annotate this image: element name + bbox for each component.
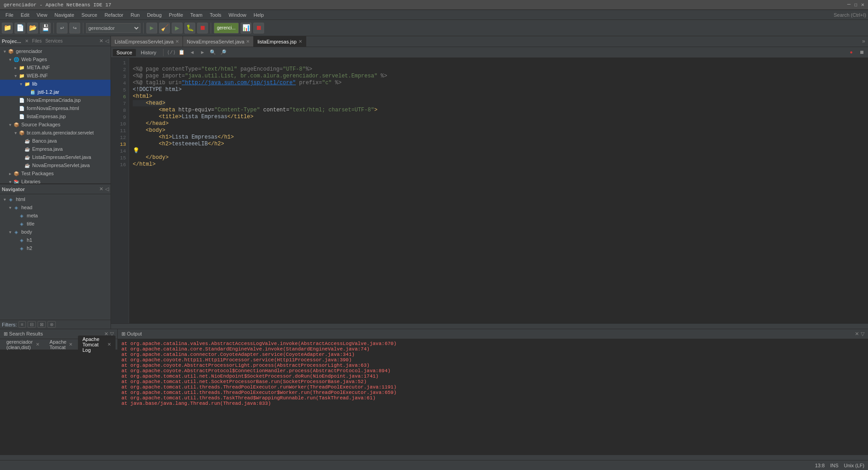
new-project-button[interactable]: 📁 [2, 23, 13, 34]
navigator-collapse[interactable]: ◁ [105, 186, 109, 192]
toggle-comments-btn[interactable]: ⟨/⟩ [167, 48, 176, 57]
code-content[interactable]: <%@ page contentType="text/html" pageEnc… [129, 58, 868, 323]
menu-navigate[interactable]: Navigate [51, 11, 77, 19]
forward-btn[interactable]: ▶ [198, 48, 207, 57]
menu-window[interactable]: Window [225, 11, 250, 19]
tree-item-gerenciador[interactable]: ▾ 📦 gerenciador [0, 47, 111, 55]
tab-close[interactable]: ✕ [69, 342, 72, 347]
tree-item-empresa-java[interactable]: ☕ Empresa.java [0, 145, 111, 153]
panel-collapse[interactable]: ◁ [105, 38, 109, 44]
navigator-close[interactable]: ✕ [99, 186, 103, 192]
tree-item-lista-empresas-jsp[interactable]: 📄 listaEmpresas.jsp [0, 112, 111, 120]
menu-profile[interactable]: Profile [165, 11, 187, 19]
search-box-label: Search (Ctrl+I) [834, 12, 866, 18]
output-close[interactable]: ✕ [855, 331, 859, 337]
tree-item-jstl-jar[interactable]: 🫙 jstl-1.2.jar [0, 88, 111, 96]
tab-lista-empresas-jsp[interactable]: listaEmpresas.jsp ✕ [254, 36, 306, 47]
project-dropdown[interactable]: gerenciador [86, 23, 140, 33]
stop-button[interactable]: ⏹ [197, 23, 208, 34]
tree-item-lista-servlet[interactable]: ☕ ListaEmpresasServlet.java [0, 153, 111, 161]
back-btn[interactable]: ◀ [188, 48, 197, 57]
editor-horizontal-scrollbar[interactable] [111, 323, 868, 329]
maximize-button[interactable]: ☐ [854, 1, 858, 8]
toggle-breakpoint-btn[interactable]: ● [847, 48, 856, 57]
tab-gerenciador-dist[interactable]: gerenciador (clean,dist) ✕ [2, 338, 44, 351]
menu-view[interactable]: View [33, 11, 51, 19]
files-tab[interactable]: Files [32, 38, 42, 43]
nav-item-meta[interactable]: ◈ meta [0, 211, 111, 220]
build-button[interactable]: ▶ [146, 23, 157, 34]
source-tab[interactable]: Source [113, 49, 136, 56]
tabs-overflow[interactable]: » [859, 38, 868, 45]
filter-btn-4[interactable]: ⊗ [48, 321, 56, 328]
undo-button[interactable]: ↩ [57, 23, 68, 34]
minimize-button[interactable]: — [847, 1, 850, 8]
tree-item-web-inf[interactable]: ▾ 📁 WEB-INF [0, 72, 111, 80]
open-button[interactable]: 📂 [27, 23, 38, 34]
projects-panel-sep: ✕ [25, 38, 29, 43]
menu-file[interactable]: File [2, 11, 17, 19]
bottom-scrollbar[interactable] [0, 455, 868, 460]
stop-btn[interactable]: ⏹ [857, 48, 866, 57]
output-content[interactable]: at org.apache.catalina.valves.AbstractAc… [118, 339, 868, 455]
tree-item-nova-empresa-criada[interactable]: 📄 NovaEmpresaCriada.jsp [0, 96, 111, 104]
stop-deploy-button[interactable]: ⏹ [253, 23, 264, 34]
nav-item-body[interactable]: ▾ ◈ body [0, 228, 111, 236]
output-collapse[interactable]: ▽ [861, 331, 864, 337]
tree-item-nova-servlet[interactable]: ☕ NovaEmpresaServlet.java [0, 161, 111, 169]
tree-item-libraries[interactable]: ▾ 📚 Libraries [0, 177, 111, 183]
nav-item-html[interactable]: ▾ ◈ html [0, 195, 111, 203]
tree-arrow: ▾ [13, 130, 18, 135]
tree-item-lib[interactable]: ▾ 📁 lib [0, 80, 111, 88]
tab-apache-tomcat[interactable]: Apache Tomcat ✕ [45, 338, 77, 351]
tab-close[interactable]: ✕ [299, 39, 302, 44]
new-file-button[interactable]: 📄 [14, 23, 25, 34]
nav-item-head[interactable]: ▾ ◈ head [0, 203, 111, 211]
menu-refactor[interactable]: Refactor [101, 11, 127, 19]
filter-btn-3[interactable]: ⊠ [38, 321, 46, 328]
services-tab[interactable]: Services [45, 38, 63, 43]
find-btn[interactable]: 🔍 [208, 48, 217, 57]
tree-item-test-packages[interactable]: ▸ 📦 Test Packages [0, 169, 111, 177]
tree-item-form-nova[interactable]: 📄 formNovaEmpresa.html [0, 104, 111, 112]
tree-item-web-pages[interactable]: ▾ 🌐 Web Pages [0, 55, 111, 63]
menu-debug[interactable]: Debug [143, 11, 165, 19]
copy-btn[interactable]: 📋 [177, 48, 186, 57]
nav-item-h2[interactable]: ◈ h2 [0, 244, 111, 252]
menu-source[interactable]: Source [78, 11, 101, 19]
clean-button[interactable]: 🧹 [159, 23, 170, 34]
tree-item-meta-inf[interactable]: ▸ 📁 META-INF [0, 63, 111, 72]
menu-run[interactable]: Run [127, 11, 143, 19]
debug-button[interactable]: 🐛 [184, 23, 195, 34]
menu-tools[interactable]: Tools [206, 11, 225, 19]
replace-btn[interactable]: 🔎 [219, 48, 228, 57]
history-tab[interactable]: History [137, 49, 160, 56]
code-editor[interactable]: 1 2 3 4 5 6 7 8 9 10 11 12 13 14 15 16 <… [111, 58, 868, 323]
projects-panel-header: Projec... ✕ Files Services ✕ ◁ [0, 36, 111, 46]
redo-button[interactable]: ↪ [69, 23, 80, 34]
menu-team[interactable]: Team [187, 11, 206, 19]
tree-item-banco-java[interactable]: ☕ Banco.java [0, 137, 111, 145]
filter-btn-1[interactable]: ≡ [19, 321, 26, 328]
tab-close[interactable]: ✕ [175, 39, 179, 44]
tree-item-pkg-br[interactable]: ▾ 📦 br.com.alura.gerenciador.servelet [0, 129, 111, 137]
nav-item-title[interactable]: ◈ title [0, 220, 111, 228]
tab-apache-tomcat-log[interactable]: Apache Tomcat Log ✕ [78, 336, 116, 354]
tab-nova-empresa-servlet[interactable]: NovaEmpresaServlet.java ✕ [183, 36, 254, 47]
menu-edit[interactable]: Edit [17, 11, 33, 19]
line-numbers: 1 2 3 4 5 6 7 8 9 10 11 12 13 14 15 16 [111, 58, 129, 323]
tree-item-source-packages[interactable]: ▾ 📦 Source Packages [0, 120, 111, 129]
profile-button[interactable]: 📊 [241, 23, 251, 34]
tab-close[interactable]: ✕ [107, 342, 111, 347]
filter-btn-2[interactable]: ⊟ [28, 321, 36, 328]
panel-close[interactable]: ✕ [99, 38, 103, 44]
run-button[interactable]: ▶ [172, 23, 183, 34]
save-button[interactable]: 💾 [40, 23, 51, 34]
deploy-button[interactable]: gerenci... [214, 23, 239, 34]
menu-help[interactable]: Help [250, 11, 268, 19]
close-button[interactable]: ✕ [861, 1, 864, 8]
nav-item-h1[interactable]: ◈ h1 [0, 236, 111, 244]
tab-close[interactable]: ✕ [246, 39, 250, 44]
tab-lista-empresas-servlet[interactable]: ListaEmpresasServlet.java ✕ [111, 36, 183, 47]
tab-close[interactable]: ✕ [36, 342, 39, 347]
